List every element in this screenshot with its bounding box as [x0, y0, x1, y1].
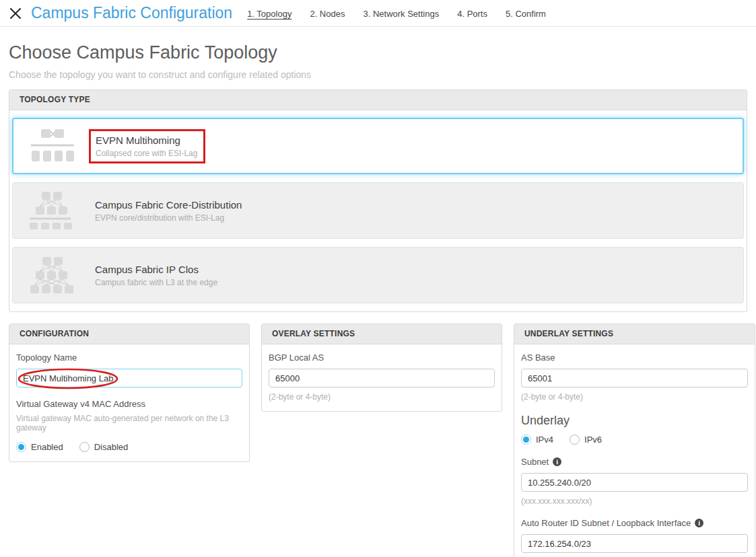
topology-option-title: Campus Fabric IP Clos [95, 264, 217, 275]
radio-ipv6[interactable]: IPv6 [570, 435, 602, 445]
radio-ipv4-circle[interactable] [521, 435, 531, 445]
topology-type-panel-header: TOPOLOGY TYPE [9, 90, 747, 110]
subnet-label: Subnet [521, 457, 549, 467]
step-confirm[interactable]: 5. Confirm [506, 9, 546, 19]
subnet-input[interactable] [521, 473, 748, 492]
topology-option-evpn-multihoming[interactable]: EVPN Multihoming Collapsed core with ESI… [12, 118, 744, 174]
configuration-panel-header: CONFIGURATION [9, 324, 249, 344]
ip-version-radio-group: IPv4 IPv6 [521, 435, 748, 445]
page-heading-block: Choose Campus Fabric Topology Choose the… [0, 27, 756, 89]
topology-option-text: EVPN Multihoming Collapsed core with ESI… [94, 133, 199, 159]
overlay-settings-panel-header: OVERLAY SETTINGS [262, 324, 502, 344]
radio-disabled-circle[interactable] [79, 442, 90, 452]
topology-name-label: Topology Name [16, 352, 242, 363]
underlay-settings-panel: UNDERLAY SETTINGS AS Base (2-byte or 4-b… [514, 324, 755, 557]
radio-ipv6-label: IPv6 [584, 435, 602, 445]
topology-type-options: EVPN Multihoming Collapsed core with ESI… [9, 110, 747, 311]
topology-type-panel: TOPOLOGY TYPE [9, 89, 747, 312]
core-distribution-icon [29, 191, 75, 230]
as-base-input[interactable] [521, 369, 748, 387]
close-icon[interactable] [8, 6, 23, 21]
topology-option-subtitle: Campus fabric with L3 at the edge [95, 278, 217, 287]
topology-name-input[interactable] [16, 369, 242, 387]
bgp-local-as-hint: (2-byte or 4-byte) [269, 392, 495, 402]
as-base-hint: (2-byte or 4-byte) [521, 392, 748, 402]
section-title: Choose Campus Fabric Topology [9, 42, 747, 63]
bgp-local-as-label: BGP Local AS [269, 352, 495, 363]
auto-router-id-label: Auto Router ID Subnet / Loopback Interfa… [521, 518, 691, 528]
topology-option-core-distribution[interactable]: Campus Fabric Core-Distribution EVPN cor… [12, 182, 744, 239]
overlay-settings-panel: OVERLAY SETTINGS BGP Local AS (2-byte or… [261, 324, 502, 412]
bgp-local-as-input[interactable] [269, 369, 495, 387]
underlay-heading: Underlay [521, 414, 748, 428]
page-title: Campus Fabric Configuration [31, 4, 232, 22]
virtual-gateway-hint: Virtual gateway MAC auto-generated per n… [16, 414, 242, 433]
topology-option-subtitle: Collapsed core with ESI-Lag [96, 149, 197, 158]
auto-router-id-input[interactable] [521, 534, 748, 553]
campus-fabric-configuration-screen: Campus Fabric Configuration 1. Topology … [0, 0, 756, 557]
ip-clos-icon [29, 256, 75, 294]
radio-disabled[interactable]: Disabled [79, 442, 129, 452]
topology-option-title: Campus Fabric Core-Distribution [95, 199, 242, 211]
info-icon[interactable]: i [553, 457, 561, 466]
step-nodes[interactable]: 2. Nodes [310, 9, 345, 19]
subnet-hint: (xxx.xxx.xxx.xxx/xx) [521, 496, 748, 506]
virtual-gateway-radio-group: Enabled Disabled [16, 442, 242, 452]
virtual-gateway-label: Virtual Gateway v4 MAC Address [16, 399, 242, 409]
topology-option-title: EVPN Multihoming [96, 135, 197, 146]
configuration-panel: CONFIGURATION Topology Name Virtual Gate… [9, 324, 250, 462]
topology-option-text: Campus Fabric IP Clos Campus fabric with… [94, 262, 219, 289]
radio-enabled-circle[interactable] [16, 442, 26, 452]
radio-ipv6-circle[interactable] [570, 435, 580, 445]
underlay-settings-panel-header: UNDERLAY SETTINGS [514, 324, 755, 344]
settings-row: CONFIGURATION Topology Name Virtual Gate… [9, 324, 747, 557]
topology-option-text: Campus Fabric Core-Distribution EVPN cor… [94, 198, 243, 224]
wizard-steps: 1. Topology 2. Nodes 3. Network Settings… [247, 7, 546, 19]
topology-option-subtitle: EVPN core/distribution with ESI-Lag [95, 213, 242, 223]
subnet-label-row: Subnet i [521, 457, 748, 467]
radio-enabled-label: Enabled [31, 442, 63, 452]
radio-enabled[interactable]: Enabled [16, 442, 63, 452]
step-network-settings[interactable]: 3. Network Settings [363, 9, 439, 19]
section-subtitle: Choose the topology you want to construc… [9, 69, 747, 80]
auto-router-id-label-row: Auto Router ID Subnet / Loopback Interfa… [521, 518, 748, 528]
radio-ipv4-label: IPv4 [536, 435, 553, 445]
topology-option-ip-clos[interactable]: Campus Fabric IP Clos Campus fabric with… [12, 247, 744, 303]
step-topology[interactable]: 1. Topology [247, 9, 291, 19]
info-icon[interactable]: i [695, 519, 703, 527]
collapsed-core-icon [30, 128, 75, 164]
radio-ipv4[interactable]: IPv4 [521, 435, 553, 445]
app-header: Campus Fabric Configuration 1. Topology … [0, 0, 756, 27]
step-ports[interactable]: 4. Ports [457, 9, 487, 19]
as-base-label: AS Base [521, 352, 748, 363]
radio-disabled-label: Disabled [94, 442, 129, 452]
